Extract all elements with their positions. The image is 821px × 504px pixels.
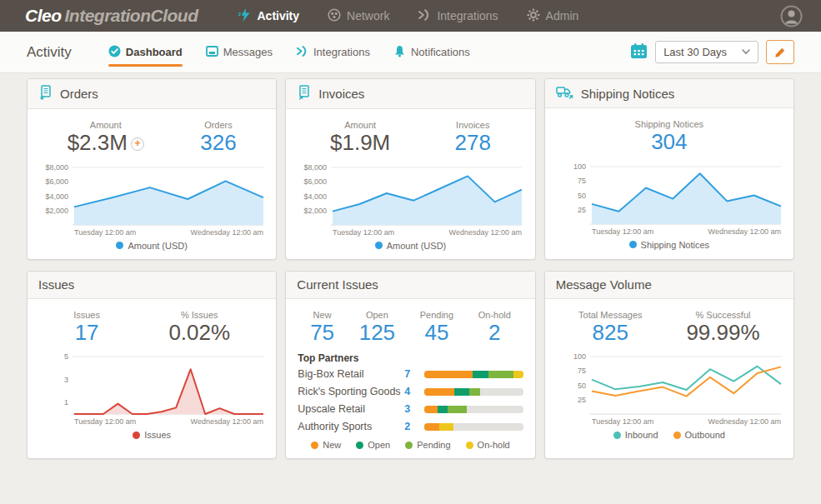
stat-label: % Successful — [686, 310, 759, 320]
legend-item-new[interactable]: New — [311, 440, 341, 450]
legend-dot-icon — [133, 432, 140, 439]
stat-value: 304 — [635, 130, 704, 154]
stat-new: New75 — [310, 310, 334, 345]
partner-name: Rick's Sporting Goods — [298, 386, 404, 397]
stat-total-messages: Total Messages825 — [578, 310, 642, 345]
stat-label: Amount — [68, 120, 144, 130]
bar-segment-pending — [488, 371, 513, 378]
svg-text:Tuesday 12:00 am: Tuesday 12:00 am — [333, 228, 394, 237]
legend-item-issues[interactable]: Issues — [133, 430, 171, 440]
card-body: Amount$1.9MInvoices278 $8,000$6,000$4,00… — [286, 109, 534, 259]
calendar-icon — [630, 42, 648, 62]
check-circle-icon — [108, 45, 121, 60]
tab-messages[interactable]: Messages — [206, 40, 273, 65]
svg-text:Wednesday 12:00 am: Wednesday 12:00 am — [191, 417, 263, 426]
chart-legend: Issues — [36, 427, 268, 444]
legend-label: Amount (USD) — [128, 241, 188, 251]
shipping-chart: 100755025Tuesday 12:00 amWednesday 12:00… — [553, 161, 785, 237]
tab-notifications[interactable]: Notifications — [393, 40, 470, 65]
top-navbar: CleoIntegrationCloud Activity Network In… — [0, 0, 821, 32]
nav-item-label: Admin — [546, 9, 579, 22]
legend-dot-icon — [629, 241, 637, 248]
tab-label: Messages — [223, 46, 273, 58]
stat-label: Total Messages — [578, 310, 642, 320]
bell-icon — [393, 45, 406, 60]
legend-item-shipping-notices[interactable]: Shipping Notices — [629, 240, 710, 250]
user-avatar[interactable] — [780, 5, 803, 27]
date-range-value: Last 30 Days — [663, 46, 727, 58]
nav-item-integrations[interactable]: Integrations — [418, 8, 498, 24]
bar-segment-new — [424, 406, 437, 413]
stat-amount: Amount$2.3M+ — [68, 120, 144, 155]
stat-label: Invoices — [455, 120, 491, 130]
legend-label: Inbound — [625, 430, 658, 440]
legend-dot-icon — [375, 242, 383, 249]
svg-text:1: 1 — [64, 398, 68, 407]
plus-badge-icon[interactable]: + — [131, 137, 144, 151]
stat-shipping-notices: Shipping Notices304 — [635, 119, 704, 154]
partner-stacked-bar[interactable] — [424, 406, 523, 413]
partner-row: Big-Box Retail7 — [298, 367, 523, 381]
date-range-select[interactable]: Last 30 Days — [655, 41, 758, 63]
legend-label: Outbound — [685, 430, 725, 440]
nav-item-admin[interactable]: Admin — [527, 8, 579, 24]
partner-row: Rick's Sporting Goods4 — [298, 385, 523, 398]
chart-legend: NewOpenPendingOn-hold — [294, 433, 526, 454]
svg-text:Tuesday 12:00 am: Tuesday 12:00 am — [74, 228, 136, 237]
brand-logo-rest: IntegrationCloud — [65, 6, 198, 25]
svg-text:5: 5 — [64, 352, 68, 361]
page-title: Activity — [27, 44, 72, 61]
legend-item-inbound[interactable]: Inbound — [613, 430, 658, 440]
svg-text:$4,000: $4,000 — [45, 192, 68, 200]
brand-logo[interactable]: CleoIntegrationCloud — [25, 6, 198, 26]
card-current-issues: Current Issues New75Open125Pending45On-h… — [285, 271, 535, 460]
card-title: Invoices — [318, 87, 364, 101]
card-header: Invoices — [286, 79, 534, 109]
legend-item-pending[interactable]: Pending — [405, 440, 450, 450]
legend-label: Amount (USD) — [387, 241, 447, 251]
nav-item-label: Integrations — [437, 9, 498, 22]
network-icon — [328, 8, 341, 24]
stat-value: 825 — [578, 321, 642, 345]
legend-label: Shipping Notices — [641, 240, 710, 250]
stats-row: Amount$1.9MInvoices278 — [294, 114, 526, 162]
primary-nav: Activity Network Integrations Admin — [238, 8, 579, 24]
partner-stacked-bar[interactable] — [424, 371, 523, 378]
card-header: Shipping Notices — [545, 79, 793, 108]
partner-name: Big-Box Retail — [298, 368, 404, 380]
nav-item-activity[interactable]: Activity — [238, 8, 300, 24]
edit-dashboard-button[interactable] — [766, 40, 794, 64]
tab-dashboard[interactable]: Dashboard — [108, 40, 183, 65]
stats-row: Total Messages825% Successful99.99% — [553, 304, 785, 352]
tab-integrations[interactable]: Integrations — [296, 40, 370, 65]
stat-value: 0.02% — [168, 321, 230, 345]
card-shipping-notices: Shipping Notices Shipping Notices304 100… — [544, 78, 794, 260]
issues-chart: 531Tuesday 12:00 amWednesday 12:00 am — [36, 351, 268, 427]
card-body: Issues17% Issues0.02% 531Tuesday 12:00 a… — [28, 299, 276, 449]
legend-label: New — [323, 440, 341, 450]
svg-text:$8,000: $8,000 — [304, 163, 328, 172]
legend-item-open[interactable]: Open — [356, 440, 390, 450]
bar-segment-pending — [448, 406, 468, 413]
nav-item-network[interactable]: Network — [328, 8, 389, 24]
svg-text:25: 25 — [578, 205, 586, 213]
card-body: Shipping Notices304 100755025Tuesday 12:… — [545, 108, 793, 258]
stat-value: 45 — [420, 321, 453, 345]
stat-value: 2 — [478, 321, 511, 345]
partner-stacked-bar[interactable] — [424, 388, 523, 396]
stat-label: Pending — [420, 310, 453, 320]
svg-text:Tuesday 12:00 am: Tuesday 12:00 am — [592, 417, 653, 426]
legend-item-on-hold[interactable]: On-hold — [466, 440, 510, 450]
partner-stacked-bar[interactable] — [424, 423, 523, 431]
legend-item-amount-usd-[interactable]: Amount (USD) — [375, 241, 447, 251]
stat-value: 75 — [310, 321, 334, 345]
legend-item-amount-usd-[interactable]: Amount (USD) — [116, 241, 188, 251]
partner-issue-count: 3 — [404, 403, 424, 415]
legend-item-outbound[interactable]: Outbound — [673, 430, 725, 440]
stat-value: 326 — [200, 131, 236, 155]
pencil-icon — [774, 47, 786, 58]
card-orders: Orders Amount$2.3M+Orders326 $8,000$6,00… — [27, 78, 277, 260]
tab-label: Notifications — [411, 46, 470, 58]
stat-pending: Pending45 — [420, 310, 453, 345]
stat-label: Amount — [330, 120, 390, 130]
